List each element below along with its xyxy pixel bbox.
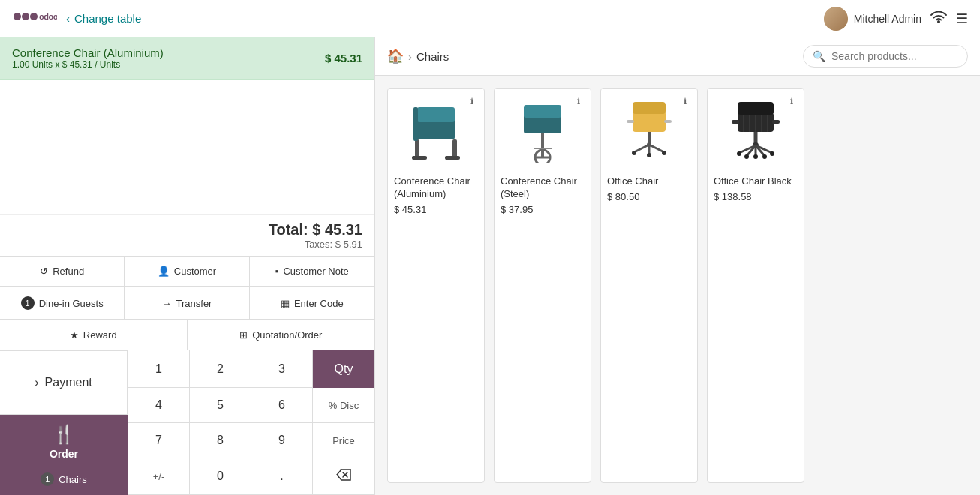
numpad-1[interactable]: 1 [128,350,190,388]
order-totals: Total: $ 45.31 Taxes: $ 5.91 [0,214,374,256]
search-input[interactable] [831,50,958,62]
reward-button[interactable]: ★ Reward [0,320,188,350]
avatar-image [824,7,848,31]
numpad-backspace[interactable] [313,458,374,495]
numpad-0[interactable]: 0 [190,458,251,495]
transfer-icon: → [162,298,172,309]
svg-point-2 [30,13,38,20]
home-icon[interactable]: 🏠 [387,48,404,64]
svg-point-1 [22,13,29,20]
search-icon: 🔍 [813,50,825,62]
search-bar[interactable]: 🔍 [803,45,968,68]
numpad-7[interactable]: 7 [128,423,190,458]
action-buttons-row2: 1 Dine-in Guests → Transfer ▦ Enter Code [0,286,374,320]
product-info-button[interactable]: ℹ [464,93,479,108]
product-info-button[interactable]: ℹ [571,93,586,108]
product-header: 🏠 › Chairs 🔍 [375,38,980,76]
svg-rect-36 [732,120,739,124]
numpad-5[interactable]: 5 [190,388,251,423]
numpad-plusminus[interactable]: +/- [128,458,190,495]
product-info-button[interactable]: ℹ [784,93,799,108]
avatar [824,7,848,31]
numpad-disc[interactable]: % Disc [313,388,374,423]
customer-button[interactable]: 👤 Customer [125,256,249,286]
svg-point-47 [744,154,749,159]
svg-rect-12 [524,105,561,118]
chairs-label: Chairs [59,474,87,485]
customer-icon: 👤 [158,266,170,277]
product-grid: ℹ Conference Chair (Aluminium) [375,76,980,495]
chairs-sidebar-item[interactable]: 1 Chairs [41,472,87,486]
product-details: Office Chair $ 80.50 [601,171,697,482]
dine-in-guests-button[interactable]: 1 Dine-in Guests [0,287,125,320]
topbar-left: odoo ‹ Change table [12,5,141,32]
svg-rect-35 [738,102,774,115]
enter-code-button[interactable]: ▦ Enter Code [250,287,374,320]
customer-note-button[interactable]: ▪ Customer Note [250,256,374,286]
back-arrow-icon: ‹ [66,12,70,25]
payment-numpad-section: › Payment 🍴 Order 1 Chairs 1 2 [0,350,374,495]
product-card-office-chair-black[interactable]: ℹ [707,88,804,483]
product-name: Office Chair [607,176,691,188]
product-details: Office Chair Black $ 138.58 [708,171,804,482]
order-label: Order [50,448,78,460]
note-icon: ▪ [275,266,279,277]
svg-line-22 [649,145,664,152]
product-info-button[interactable]: ℹ [678,93,693,108]
product-name: Conference Chair (Steel) [501,176,585,201]
numpad-9[interactable]: 9 [251,423,313,458]
left-panel: Conference Chair (Aluminium) 1.00 Units … [0,38,375,495]
numpad-6[interactable]: 6 [251,388,313,423]
numpad-3[interactable]: 3 [251,350,313,388]
numpad-qty[interactable]: Qty [313,350,374,388]
order-item-info: Conference Chair (Aluminium) 1.00 Units … [12,46,164,70]
numpad: 1 2 3 Qty 4 5 6 % Disc 7 8 9 Price +/- 0… [128,350,374,495]
product-price: $ 80.50 [607,191,691,202]
svg-point-25 [662,151,666,155]
right-panel: 🏠 › Chairs 🔍 ℹ [375,38,980,495]
svg-rect-28 [664,120,672,123]
svg-point-49 [753,154,758,159]
topbar: odoo ‹ Change table Mitchell Admin ☰ [0,0,980,38]
svg-rect-7 [452,140,457,158]
payment-button[interactable]: › Payment [0,350,128,415]
numpad-4[interactable]: 4 [128,388,190,423]
total-amount: Total: $ 45.31 [12,221,362,238]
dine-in-badge: 1 [21,296,35,310]
username: Mitchell Admin [854,13,921,25]
refund-button[interactable]: ↺ Refund [0,256,125,286]
svg-point-45 [737,152,741,156]
action-buttons-row1: ↺ Refund 👤 Customer ▪ Customer Note [0,256,374,286]
reward-quotation-row: ★ Reward ⊞ Quotation/Order [0,320,374,350]
svg-rect-18 [633,102,666,114]
order-item-detail: 1.00 Units x $ 45.31 / Units [12,59,164,70]
svg-rect-8 [412,156,427,160]
quotation-button[interactable]: ⊞ Quotation/Order [188,320,375,350]
numpad-dot[interactable]: . [251,458,313,495]
svg-rect-37 [772,120,780,124]
hamburger-menu-icon[interactable]: ☰ [956,10,968,27]
numpad-price[interactable]: Price [313,423,374,458]
svg-line-21 [634,145,649,152]
chevron-right-icon: › [35,376,38,389]
wifi-icon [930,11,947,26]
product-details: Conference Chair (Steel) $ 37.95 [495,171,591,482]
svg-point-46 [770,152,774,156]
transfer-button[interactable]: → Transfer [125,287,249,320]
topbar-right: Mitchell Admin ☰ [824,7,968,31]
order-icon: 🍴 [53,424,75,445]
change-table-label: Change table [74,12,141,25]
order-item[interactable]: Conference Chair (Aluminium) 1.00 Units … [0,38,374,80]
user-info: Mitchell Admin [824,7,921,31]
numpad-2[interactable]: 2 [190,350,251,388]
svg-point-26 [647,153,651,158]
main-content: Conference Chair (Aluminium) 1.00 Units … [0,38,980,495]
payment-side: › Payment 🍴 Order 1 Chairs [0,350,128,495]
change-table-button[interactable]: ‹ Change table [66,12,141,25]
product-card-office-chair[interactable]: ℹ [600,88,698,483]
product-price: $ 138.58 [714,191,798,202]
numpad-8[interactable]: 8 [190,423,251,458]
breadcrumb-separator: › [408,50,412,63]
product-card-conference-chair-steel[interactable]: ℹ Conference Chair (Steel) $ 37.95 [494,88,591,483]
product-card-conference-chair-aluminium[interactable]: ℹ Conference Chair (Aluminium) [387,88,485,483]
